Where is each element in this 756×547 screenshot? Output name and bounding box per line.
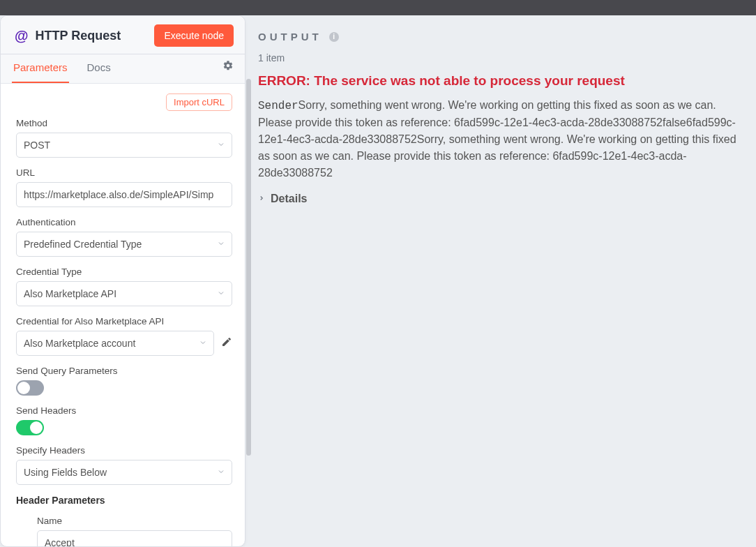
method-select[interactable]: POST [16,133,232,158]
send-query-label: Send Query Parameters [16,366,232,376]
send-headers-label: Send Headers [16,405,232,416]
url-label: URL [16,167,232,178]
url-input[interactable]: https://marketplace.also.de/SimpleAPI/Si… [16,182,232,207]
error-body: SenderSorry, something went wrong. We're… [258,97,743,181]
execute-node-button[interactable]: Execute node [154,24,234,47]
credential-type-select[interactable]: Also Marketplace API [16,281,232,306]
parameters-scroll[interactable]: Import cURL Method POST URL https://mark… [1,84,245,546]
gear-icon[interactable] [222,60,234,78]
authentication-label: Authentication [16,217,232,227]
credential-for-select[interactable]: Also Marketplace account [16,331,214,356]
specify-headers-label: Specify Headers [16,445,232,456]
header-name-input[interactable]: Accept [37,530,232,546]
tab-docs[interactable]: Docs [86,54,112,83]
details-toggle[interactable]: Details [258,193,743,205]
authentication-select[interactable]: Predefined Credential Type [16,232,232,257]
error-text: Sorry, something went wrong. We're worki… [258,99,736,179]
tabs-row: Parameters Docs [1,54,245,84]
send-headers-toggle[interactable] [16,420,44,435]
scrollbar[interactable] [246,79,251,456]
specify-headers-select[interactable]: Using Fields Below [16,460,232,485]
details-label: Details [271,193,307,205]
import-curl-button[interactable]: Import cURL [166,93,232,111]
output-panel: OUTPUT i 1 item ERROR: The service was n… [245,15,756,547]
credential-type-label: Credential Type [16,267,232,277]
header-parameters-label: Header Parameters [16,495,232,506]
tab-parameters[interactable]: Parameters [12,54,69,83]
info-icon[interactable]: i [329,32,339,42]
edit-credential-icon[interactable] [221,336,232,350]
panel-title: HTTP Request [36,29,121,43]
sender-code: Sender [258,100,298,112]
output-label: OUTPUT [258,31,322,43]
header-name-label: Name [37,516,232,526]
node-config-panel: @ HTTP Request Execute node Parameters D… [0,15,245,547]
error-title: ERROR: The service was not able to proce… [258,73,743,89]
method-label: Method [16,118,232,128]
credential-for-label: Credential for Also Marketplace API [16,316,232,327]
send-query-toggle[interactable] [16,380,44,396]
panel-header: @ HTTP Request Execute node [1,16,245,54]
chevron-right-icon [258,194,265,204]
item-count: 1 item [258,52,743,63]
http-node-icon: @ [15,28,29,44]
top-strip [0,0,756,15]
